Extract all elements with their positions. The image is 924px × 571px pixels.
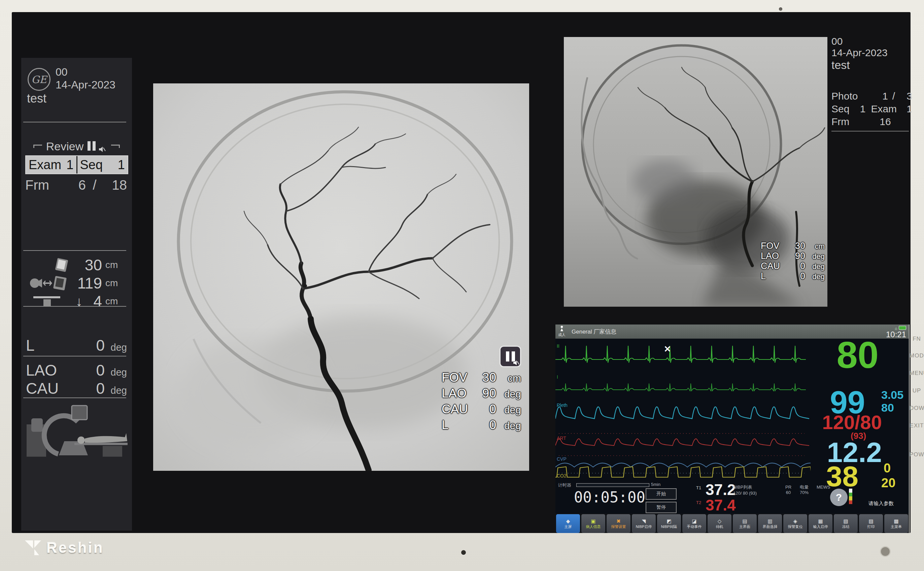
photo-seq-label: Seq [831,103,849,115]
aux-pr-label: PR [785,485,791,490]
study-date: 14-Apr-2023 [56,79,116,91]
bezel-button-column: FN MODE MENU UP DOWN EXIT POWER [910,0,924,571]
photo-patient-id: 00 [831,35,912,47]
softkey-nibp-startstop[interactable]: ◥NIBP启停 [632,514,656,533]
channel-cvp-label: CVP [557,456,566,462]
photo-separator: / [888,91,899,102]
overlay-fov-unit: cm [496,373,521,384]
seq-label: Seq [80,158,103,172]
co2-aux-top: 0 [884,462,891,474]
softkey-main-menu[interactable]: ▩主菜单 [884,514,908,533]
softkey-manual-event[interactable]: ◪手动事件 [682,514,706,533]
softkey-input-startstop[interactable]: ▦输入启停 [808,514,833,533]
exam-cell[interactable]: Exam 1 [26,156,76,173]
photo-exam-label: Exam [871,103,897,115]
mouse-cursor-icon: ✕ [664,344,671,355]
input-hint: 请输入参数 [868,501,894,506]
exam-seq-selector[interactable]: Exam 1 Seq 1 [25,155,128,174]
angle-l-unit: deg [105,342,127,353]
fn-button[interactable]: FN [910,336,924,342]
mode-button[interactable]: MODE [910,352,924,359]
softkey-alarm-setup[interactable]: ✖报警设置 [607,514,630,533]
pause-icon [88,141,96,151]
aux-col-pr: PR 60 [785,485,791,495]
overlay-l-label: L [442,418,474,432]
channel-ii-label: II [557,343,559,349]
channel-art-label: ART [557,435,566,441]
power-led [880,546,891,557]
softkey-nibp-interval[interactable]: ◩NIBP间隔 [657,514,681,533]
softkey-main-screen[interactable]: ◆主屏 [556,514,580,533]
overlay-lao-label: LAO [442,386,474,401]
softkey-patient-info[interactable]: ▣病人信息 [581,514,605,533]
standby-icon: ◇ [718,519,722,523]
c-arm-position-icon [25,401,129,460]
hr-value: 80 [811,336,879,374]
up-button[interactable]: UP [910,387,924,394]
softkey-standby[interactable]: ◇待机 [707,514,732,533]
sid-value: 119 [77,274,102,292]
photo-l-value: 0 [800,271,805,281]
photo-frm-value: 16 [879,116,891,127]
seq-value: 1 [118,158,125,172]
aux-col-mews: MEWS [817,485,830,490]
overlay-cau-value: 0 [489,402,496,416]
battery-icon [899,326,906,330]
speaker-muted-icon [98,146,106,152]
speaker-muted-icon [513,360,519,366]
print-icon: ▨ [868,519,873,523]
menu-button[interactable]: MENU [910,370,924,377]
divider [831,131,909,131]
temp2-value: 37.4 [706,497,736,513]
fov-readout: 30 cm [25,256,126,274]
angle-lao-unit: deg [105,367,127,378]
photo-seq-exam-row: Seq 1 Exam 1 [831,103,912,115]
exam-value: 1 [66,158,73,172]
help-button[interactable]: ? [830,489,848,506]
monitor-title: General 厂家信息 [571,328,616,336]
timer-start-button[interactable]: 开始 [645,488,676,500]
sid-readout: 119 cm [25,275,126,292]
exit-button[interactable]: EXIT [910,422,924,429]
angle-lao-row: LAO 0 deg [26,361,127,379]
nibp-list-label: NIBP列表 [733,485,752,490]
seq-cell[interactable]: Seq 1 [77,156,128,173]
cine-pause-button[interactable] [500,346,521,367]
softkey-alarm-reset[interactable]: ◈报警复位 [783,514,807,533]
event-icon: ◪ [692,519,696,523]
reference-photo-viewport[interactable]: FOV30cm LAO90deg CAU0deg L0deg [564,37,827,307]
softkey-screen-select[interactable]: ▥界面选择 [758,514,782,533]
divider [23,398,126,398]
overlay-lao-row: LAO 90 deg [442,386,521,402]
photo-current: 1 [882,91,888,102]
angle-l-label: L [26,336,35,355]
layout-icon: ▥ [768,519,772,523]
timer-pause-button[interactable]: 暂停 [645,502,676,513]
monitor-clock: 10:21 [886,331,906,338]
photo-lao-value: 90 [795,251,805,261]
softkey-freeze[interactable]: ▧冻结 [834,514,858,533]
frm-label: Frm [25,177,49,193]
temp1-value: 37.2 [706,482,736,497]
alarm-icon: ✖ [616,519,621,523]
fov-unit: cm [105,259,126,270]
patient-monitor-window[interactable]: 成人 General 厂家信息 ⌂ 10:21 ✕ II I Pleth ART… [556,324,910,533]
softkey-main-interface[interactable]: ▤主界面 [733,514,757,533]
monitor-softkey-row: ◆主屏 ▣病人信息 ✖报警设置 ◥NIBP启停 ◩NIBP间隔 ◪手动事件 ◇待… [556,514,909,533]
bracket-left [33,145,42,149]
overlay-l-value: 0 [489,418,496,432]
photo-patient-name: test [831,59,912,72]
main-angiogram-viewport[interactable]: FOV 30 cm LAO 90 deg CAU 0 deg L 0 d [153,83,529,471]
timer-range-label: 5min [651,482,661,487]
patient-type-icon: 成人 [558,326,565,337]
softkey-print[interactable]: ▨打印 [859,514,883,533]
interval-icon: ◩ [667,519,671,523]
overlay-cau-label: CAU [442,402,474,416]
aux-battery-value: 70% [800,490,808,495]
monitor-bezel: GE 00 14-Apr-2023 test Review Exam 1 [0,0,924,571]
frm-current: 6 [79,177,86,193]
power-button[interactable]: POWER [910,451,924,458]
photo-l-label: L [761,271,785,281]
down-button[interactable]: DOWN [910,405,924,412]
input-icon: ▦ [818,519,823,523]
